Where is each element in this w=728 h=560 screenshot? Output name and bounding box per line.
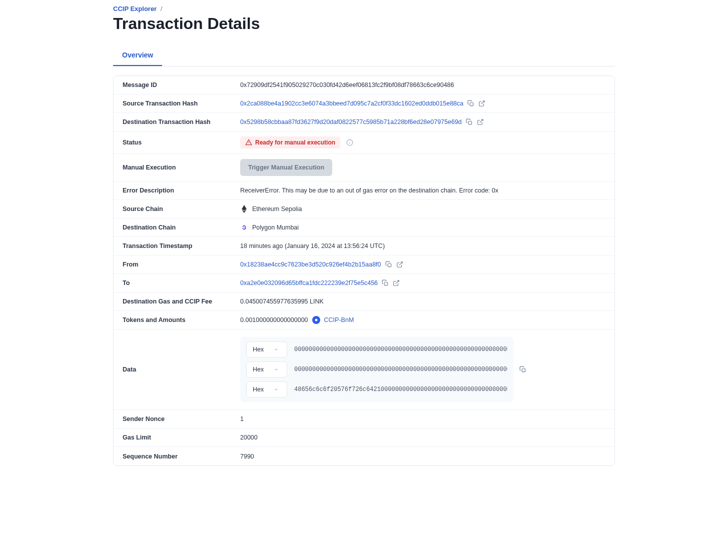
label-dst-chain: Destination Chain: [114, 219, 240, 236]
dst-chain-name: Polygon Mumbai: [252, 224, 299, 231]
from-address-link[interactable]: 0x18238ae4cc9c7623be3d520c926ef4b2b15aa8…: [240, 261, 381, 268]
label-src-chain: Source Chain: [114, 200, 240, 218]
chevron-down-icon: [274, 367, 279, 372]
chevron-down-icon: [274, 387, 279, 392]
hex-value: 0000000000000000000000000000000000000000…: [292, 342, 507, 357]
src-chain-name: Ethereum Sepolia: [252, 206, 302, 212]
value-error: ReceiverError. This may be due to an out…: [240, 182, 614, 199]
copy-icon[interactable]: [385, 261, 392, 268]
label-error: Error Description: [114, 182, 240, 199]
label-fee: Destination Gas and CCIP Fee: [114, 293, 240, 310]
page-title: Transaction Details: [113, 14, 615, 33]
copy-icon[interactable]: [382, 280, 389, 286]
src-hash-link[interactable]: 0x2ca088be4a1902cc3e6074a3bbeed7d095c7a2…: [240, 100, 463, 107]
encoding-select[interactable]: Hex: [246, 362, 287, 378]
info-icon[interactable]: [346, 139, 353, 146]
label-data: Data: [114, 361, 240, 378]
svg-rect-1: [468, 121, 471, 124]
label-src-hash: Source Transaction Hash: [114, 95, 240, 112]
value-gas: 20000: [240, 429, 614, 446]
copy-icon[interactable]: [467, 100, 474, 107]
trigger-manual-button[interactable]: Trigger Manual Execution: [240, 159, 332, 176]
value-fee: 0.045007455977635995 LINK: [240, 293, 614, 310]
copy-icon[interactable]: [466, 118, 473, 126]
svg-rect-3: [388, 264, 391, 266]
tab-overview[interactable]: Overview: [113, 45, 162, 66]
data-row: Hex 48656c6c6f20576f726c6421000000000000…: [246, 382, 507, 398]
data-row: Hex 000000000000000000000000000000000000…: [246, 362, 507, 378]
status-text: Ready for manual execution: [255, 139, 335, 146]
value-message-id: 0x72909df2541f905029270c030fd42d6eef0681…: [240, 76, 614, 94]
hex-value: 48656c6c6f20576f726c64210000000000000000…: [292, 382, 507, 397]
ethereum-icon: [240, 205, 248, 213]
breadcrumb-separator: /: [161, 5, 163, 12]
label-timestamp: Transaction Timestamp: [114, 238, 240, 254]
svg-point-5: [315, 319, 317, 322]
label-status: Status: [114, 134, 240, 151]
label-gas: Gas Limit: [114, 429, 240, 446]
token-name-link[interactable]: CCIP-BnM: [324, 316, 354, 324]
label-nonce: Sender Nonce: [114, 410, 240, 428]
label-tokens: Tokens and Amounts: [114, 312, 240, 328]
svg-rect-4: [384, 282, 387, 285]
token-amount: 0.001000000000000000: [240, 316, 308, 324]
label-message-id: Message ID: [114, 76, 240, 94]
details-card: Message ID 0x72909df2541f905029270c030fd…: [113, 76, 615, 466]
label-from: From: [114, 256, 240, 273]
label-seq: Sequence Number: [114, 448, 240, 465]
polygon-icon: [240, 224, 248, 232]
svg-rect-6: [522, 368, 525, 372]
value-seq: 7990: [240, 448, 614, 465]
hex-value: 0000000000000000000000000000000000000000…: [292, 362, 507, 377]
data-row: Hex 000000000000000000000000000000000000…: [246, 342, 507, 358]
breadcrumb-link[interactable]: CCIP Explorer: [113, 5, 157, 12]
external-link-icon[interactable]: [393, 280, 400, 286]
copy-icon[interactable]: [519, 366, 526, 373]
chevron-down-icon: [274, 347, 279, 352]
breadcrumb: CCIP Explorer /: [113, 5, 615, 12]
value-timestamp: 18 minutes ago (January 16, 2024 at 13:5…: [240, 238, 614, 254]
external-link-icon[interactable]: [477, 118, 484, 126]
external-link-icon[interactable]: [396, 261, 403, 268]
token-icon: [312, 316, 320, 324]
dst-hash-link[interactable]: 0x5298b58cbbaa87fd3627f9d20daf0822577c59…: [240, 118, 462, 126]
encoding-select[interactable]: Hex: [246, 342, 287, 358]
label-to: To: [114, 274, 240, 292]
svg-rect-0: [470, 102, 473, 106]
encoding-select[interactable]: Hex: [246, 382, 287, 398]
label-manual: Manual Execution: [114, 159, 240, 176]
external-link-icon[interactable]: [478, 100, 485, 107]
warning-icon: [245, 139, 252, 146]
to-address-link[interactable]: 0xa2e0e032096d65bffca1fdc222239e2f75e5c4…: [240, 280, 378, 286]
value-nonce: 1: [240, 410, 614, 428]
tabs: Overview: [113, 45, 615, 66]
status-badge: Ready for manual execution: [240, 136, 340, 148]
label-dst-hash: Destination Transaction Hash: [114, 114, 240, 130]
